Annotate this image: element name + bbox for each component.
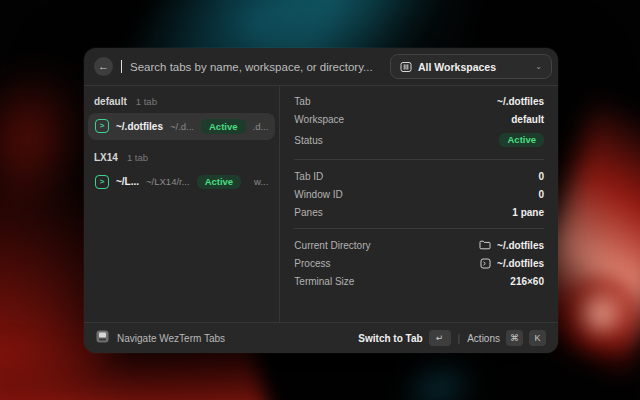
section-divider bbox=[294, 228, 544, 229]
detail-value: 0 bbox=[538, 189, 544, 200]
detail-value: 1 pane bbox=[512, 207, 544, 218]
section-divider bbox=[294, 159, 544, 160]
detail-label: Workspace bbox=[294, 114, 344, 125]
active-status-badge: Active bbox=[201, 119, 246, 134]
tab-list-item-dotfiles[interactable]: > ~/.dotfiles ~/.d... Active .d... bbox=[88, 113, 275, 140]
active-status-badge: Active bbox=[197, 175, 242, 190]
arrow-left-icon: ← bbox=[98, 61, 109, 72]
detail-label: Panes bbox=[294, 207, 322, 218]
detail-label: Terminal Size bbox=[294, 276, 354, 287]
desktop-background: ← All Workspaces ⌄ bbox=[0, 0, 640, 400]
tab-list-panel: default 1 tab > ~/.dotfiles ~/.d... Acti… bbox=[84, 86, 280, 322]
detail-value: 216×60 bbox=[510, 276, 544, 287]
detail-row-workspace: Workspace default bbox=[294, 110, 544, 128]
folder-icon bbox=[479, 240, 491, 250]
workspace-group-name: default bbox=[94, 96, 127, 107]
detail-value: 0 bbox=[538, 171, 544, 182]
detail-row-status: Status Active bbox=[294, 128, 544, 152]
detail-value: ~/.dotfiles bbox=[497, 96, 544, 107]
footer-actions: Switch to Tab ↵ | Actions ⌘ K bbox=[358, 330, 546, 346]
detail-value-text: ~/.dotfiles bbox=[497, 258, 544, 269]
workspace-group-header: LX14 1 tab bbox=[88, 149, 275, 169]
tab-item-title: ~/.dotfiles bbox=[116, 121, 163, 132]
tab-item-path: ~/.d... bbox=[170, 121, 194, 132]
detail-row-tab-id: Tab ID 0 bbox=[294, 167, 544, 185]
active-status-badge: Active bbox=[499, 133, 544, 148]
terminal-prompt-icon: > bbox=[95, 175, 109, 189]
detail-label: Tab bbox=[294, 96, 310, 107]
detail-label: Window ID bbox=[294, 189, 342, 200]
tab-list-item-lx14[interactable]: > ~/L... ~/LX14/r... Active w... bbox=[88, 169, 275, 196]
workspace-group-name: LX14 bbox=[94, 152, 118, 163]
detail-row-process: Process ~/.dotfiles bbox=[294, 254, 544, 272]
actions-label: Actions bbox=[467, 333, 500, 344]
search-bar: ← All Workspaces ⌄ bbox=[84, 48, 558, 86]
search-input[interactable] bbox=[130, 61, 382, 73]
switch-to-tab-label: Switch to Tab bbox=[358, 333, 422, 344]
wezterm-app-icon bbox=[96, 329, 109, 347]
tab-item-suffix: w... bbox=[254, 176, 268, 187]
tab-navigator-dialog: ← All Workspaces ⌄ bbox=[84, 48, 558, 353]
dialog-body: default 1 tab > ~/.dotfiles ~/.d... Acti… bbox=[84, 86, 558, 322]
detail-row-window-id: Window ID 0 bbox=[294, 185, 544, 203]
tab-item-path: ~/LX14/r... bbox=[146, 176, 190, 187]
workspace-group-count: 1 tab bbox=[127, 152, 148, 163]
workspace-group-count: 1 tab bbox=[136, 96, 157, 107]
terminal-icon bbox=[480, 258, 491, 269]
workspace-group-header: default 1 tab bbox=[88, 93, 275, 113]
footer-separator: | bbox=[458, 333, 461, 344]
detail-value: ~/.dotfiles bbox=[480, 258, 544, 269]
dialog-title: Navigate WezTerm Tabs bbox=[117, 333, 225, 344]
workspace-filter-label: All Workspaces bbox=[418, 61, 529, 73]
detail-row-tab: Tab ~/.dotfiles bbox=[294, 92, 544, 110]
command-key-icon: ⌘ bbox=[506, 330, 523, 346]
tab-item-suffix: .d... bbox=[253, 121, 269, 132]
tab-item-title: ~/L... bbox=[116, 176, 139, 187]
actions-menu-action[interactable]: Actions ⌘ K bbox=[467, 330, 546, 346]
workspaces-grid-icon bbox=[400, 61, 412, 73]
text-caret bbox=[121, 60, 122, 73]
terminal-prompt-icon: > bbox=[95, 119, 109, 133]
dialog-footer: Navigate WezTerm Tabs Switch to Tab ↵ | … bbox=[84, 322, 558, 353]
detail-value-text: ~/.dotfiles bbox=[497, 240, 544, 251]
backdrop-pink-blob bbox=[553, 268, 640, 360]
detail-row-current-directory: Current Directory ~/.dotfiles bbox=[294, 236, 544, 254]
workspace-filter-dropdown[interactable]: All Workspaces ⌄ bbox=[390, 54, 552, 79]
tab-details-panel: Tab ~/.dotfiles Workspace default Status… bbox=[280, 86, 558, 322]
detail-label: Current Directory bbox=[294, 240, 370, 251]
back-button[interactable]: ← bbox=[94, 57, 113, 76]
k-key-icon: K bbox=[529, 330, 546, 346]
detail-value: ~/.dotfiles bbox=[479, 240, 544, 251]
detail-label: Status bbox=[294, 135, 322, 146]
detail-label: Tab ID bbox=[294, 171, 323, 182]
detail-value: default bbox=[511, 114, 544, 125]
switch-to-tab-action[interactable]: Switch to Tab ↵ bbox=[358, 330, 450, 346]
enter-key-icon: ↵ bbox=[429, 330, 451, 346]
detail-label: Process bbox=[294, 258, 330, 269]
detail-row-panes: Panes 1 pane bbox=[294, 203, 544, 221]
chevron-down-icon: ⌄ bbox=[535, 62, 542, 71]
detail-row-terminal-size: Terminal Size 216×60 bbox=[294, 272, 544, 290]
